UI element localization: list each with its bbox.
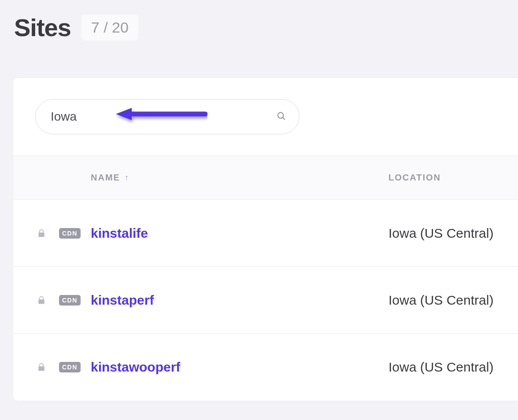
lock-icon [37, 295, 59, 305]
cdn-badge: CDN [59, 295, 81, 306]
lock-icon [37, 228, 59, 238]
site-link[interactable]: kinstaperf [91, 293, 154, 307]
cdn-badge: CDN [59, 362, 81, 372]
sort-ascending-icon: ↑ [125, 173, 130, 182]
table-row: CDN kinstaperf Iowa (US Central) [13, 267, 518, 334]
column-header-location-label: LOCATION [388, 173, 441, 183]
sites-card: NAME ↑ LOCATION CDN kinstalife Iowa (US … [13, 78, 518, 401]
site-name-col: kinstalife [91, 226, 388, 241]
site-name-col: kinstaperf [91, 293, 388, 308]
page-title: Sites [14, 13, 71, 42]
cdn-badge: CDN [59, 228, 81, 239]
lock-icon [37, 362, 59, 372]
column-header-location[interactable]: LOCATION [388, 173, 441, 183]
svg-line-1 [283, 118, 285, 119]
table-row: CDN kinstalife Iowa (US Central) [13, 200, 518, 267]
column-header-name[interactable]: NAME ↑ [91, 173, 388, 183]
table-row: CDN kinstawooperf Iowa (US Central) [13, 334, 518, 401]
site-count-badge: 7 / 20 [81, 15, 138, 41]
search-area [13, 78, 518, 155]
table-header: NAME ↑ LOCATION [13, 155, 518, 200]
cdn-badge-col: CDN [59, 362, 91, 372]
site-name-col: kinstawooperf [91, 360, 388, 375]
search-input[interactable] [36, 99, 299, 134]
site-link[interactable]: kinstawooperf [91, 360, 180, 374]
search-icon[interactable] [276, 111, 286, 122]
site-location: Iowa (US Central) [388, 226, 493, 241]
site-location: Iowa (US Central) [388, 360, 493, 375]
search-wrapper [35, 99, 300, 134]
page-header: Sites 7 / 20 [0, 0, 518, 42]
cdn-badge-col: CDN [59, 295, 91, 306]
site-location: Iowa (US Central) [388, 293, 493, 308]
site-link[interactable]: kinstalife [91, 226, 148, 240]
cdn-badge-col: CDN [59, 228, 91, 239]
column-header-name-label: NAME [91, 173, 120, 183]
